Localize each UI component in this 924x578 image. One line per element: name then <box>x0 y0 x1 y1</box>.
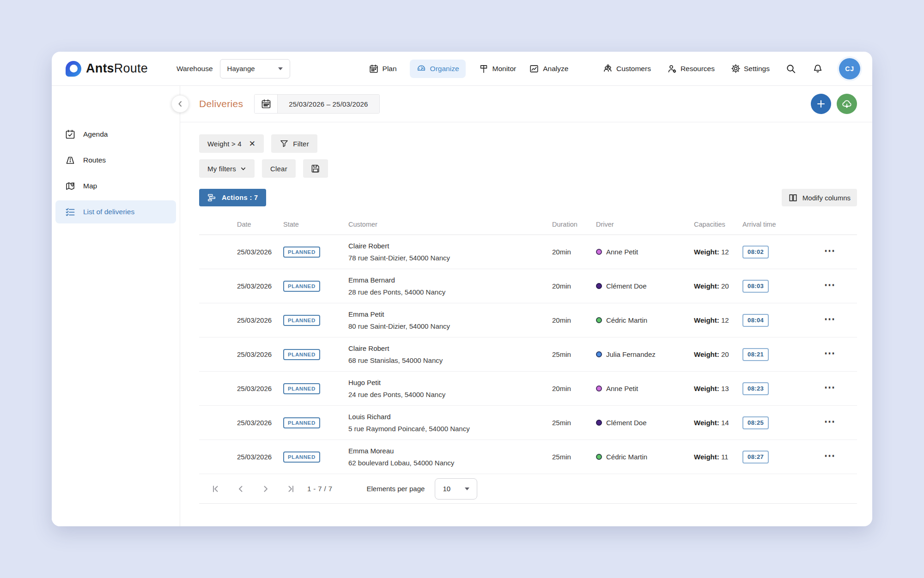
customer-name: Emma Moreau <box>348 447 552 455</box>
arrival-time-badge[interactable]: 08:02 <box>742 246 769 259</box>
checklist-icon <box>65 206 76 217</box>
customer-name: Emma Bernard <box>348 276 552 284</box>
table-row: 25/03/2026 PLANNED Emma Petit 80 rue Sai… <box>199 303 857 337</box>
nav-resources[interactable]: Resources <box>667 63 715 74</box>
row-menu-button[interactable]: ⋯ <box>824 419 836 424</box>
notifications-button[interactable] <box>812 63 823 74</box>
capacity-label: Weight: <box>694 419 719 427</box>
warehouse-select[interactable]: Hayange <box>220 59 290 78</box>
sidebar-item-list-of-deliveries[interactable]: List of deliveries <box>55 200 176 223</box>
sidebar: Agenda Routes Map List of deliveries <box>52 86 180 526</box>
arrival-time-badge[interactable]: 08:25 <box>742 416 769 429</box>
customer-name: Claire Robert <box>348 344 552 352</box>
deliveries-table: Date State Customer Duration Driver Capa… <box>180 214 872 504</box>
per-page-select[interactable]: 10 <box>435 478 477 500</box>
driver-name: Clément Doe <box>606 282 647 290</box>
floppy-disk-icon <box>310 163 321 174</box>
customer-name: Hugo Petit <box>348 379 552 386</box>
page-title: Deliveries <box>199 98 243 109</box>
customer-address: 5 rue Raymond Poincaré, 54000 Nancy <box>348 425 552 433</box>
capacity-label: Weight: <box>694 350 719 358</box>
row-menu-button[interactable]: ⋯ <box>824 248 836 253</box>
row-menu-button[interactable]: ⋯ <box>824 351 836 355</box>
row-date: 25/03/2026 <box>237 282 283 290</box>
row-menu-button[interactable]: ⋯ <box>824 453 836 458</box>
gauge-icon <box>416 64 426 74</box>
chevron-down-icon <box>278 67 283 70</box>
arrival-time-badge[interactable]: 08:04 <box>742 314 769 327</box>
first-page-button[interactable] <box>211 484 220 494</box>
status-badge: PLANNED <box>283 349 320 360</box>
col-date: Date <box>237 221 283 228</box>
arrival-time-badge[interactable]: 08:23 <box>742 382 769 395</box>
pagination: 1 - 7 / 7 Elements per page 10 <box>199 474 857 504</box>
driver-name: Anne Petit <box>606 248 638 256</box>
date-range-value: 25/03/2026 – 25/03/2026 <box>278 95 379 113</box>
row-date: 25/03/2026 <box>237 419 283 427</box>
remove-filter-icon[interactable]: ✕ <box>249 139 255 149</box>
arrival-time-badge[interactable]: 08:03 <box>742 280 769 293</box>
top-right-nav: Customers Resources Settings CJ <box>602 58 860 79</box>
nav-plan[interactable]: Plan <box>369 64 397 74</box>
warehouse-label: Warehouse <box>176 65 213 73</box>
row-menu-button[interactable]: ⋯ <box>824 283 836 287</box>
import-export-button[interactable] <box>837 94 857 114</box>
customer-name: Emma Petit <box>348 310 552 318</box>
brand-name: AntsRoute <box>86 61 148 76</box>
capacity-value: 14 <box>721 419 729 427</box>
active-filter-chip: Weight > 4 ✕ <box>199 134 264 153</box>
arrival-time-badge[interactable]: 08:27 <box>742 451 769 464</box>
sidebar-item-routes[interactable]: Routes <box>55 149 176 172</box>
arrival-time-badge[interactable]: 08:21 <box>742 348 769 361</box>
previous-page-button[interactable] <box>236 484 245 494</box>
sidebar-item-map[interactable]: Map <box>55 175 176 198</box>
chevron-left-icon <box>176 100 184 108</box>
driver-name: Cédric Martin <box>606 453 647 461</box>
nav-customers[interactable]: Customers <box>602 63 651 74</box>
driver-color-dot <box>596 454 602 460</box>
gear-icon <box>730 63 741 74</box>
person-gear-icon <box>667 63 678 74</box>
row-duration: 20min <box>552 248 596 256</box>
capacity-value: 20 <box>721 350 729 358</box>
row-date: 25/03/2026 <box>237 453 283 461</box>
nav-analyze[interactable]: Analyze <box>529 64 568 74</box>
clear-filters-button[interactable]: Clear <box>262 159 296 178</box>
nav-settings[interactable]: Settings <box>730 63 770 74</box>
capacity-value: 12 <box>721 248 729 256</box>
collapse-sidebar-button[interactable] <box>171 95 189 113</box>
add-delivery-button[interactable] <box>811 94 831 114</box>
customer-address: 80 rue Saint-Dizier, 54000 Nancy <box>348 322 552 330</box>
driver-name: Julia Fernandez <box>606 350 656 358</box>
filters-section: Weight > 4 ✕ Filter My filters <box>180 122 872 178</box>
driver-color-dot <box>596 249 602 255</box>
row-menu-button[interactable]: ⋯ <box>824 385 836 390</box>
actions-button[interactable]: Actions : 7 <box>199 189 266 206</box>
save-filter-button[interactable] <box>303 159 328 178</box>
col-customer: Customer <box>348 221 552 228</box>
people-icon <box>602 63 614 74</box>
table-row: 25/03/2026 PLANNED Claire Robert 78 rue … <box>199 235 857 269</box>
my-filters-dropdown[interactable]: My filters <box>199 159 255 178</box>
filter-button[interactable]: Filter <box>271 134 317 153</box>
title-actions <box>811 94 857 114</box>
row-duration: 25min <box>552 453 596 461</box>
capacity-label: Weight: <box>694 453 719 461</box>
last-page-button[interactable] <box>286 484 295 494</box>
pagination-range: 1 - 7 / 7 <box>307 485 332 493</box>
sidebar-item-agenda[interactable]: Agenda <box>55 123 176 146</box>
main-content: Deliveries 25/03/2026 – 25/03/2026 Weigh <box>180 86 872 526</box>
next-page-button[interactable] <box>261 484 270 494</box>
date-range-picker[interactable]: 25/03/2026 – 25/03/2026 <box>254 94 379 114</box>
modify-columns-button[interactable]: Modify columns <box>782 189 857 206</box>
row-menu-button[interactable]: ⋯ <box>824 317 836 321</box>
signpost-icon <box>479 64 489 74</box>
per-page-label: Elements per page <box>366 485 425 493</box>
table-header: Date State Customer Duration Driver Capa… <box>199 214 857 235</box>
nav-monitor[interactable]: Monitor <box>479 64 517 74</box>
user-avatar[interactable]: CJ <box>839 58 860 79</box>
nav-organize[interactable]: Organize <box>410 60 466 78</box>
driver-color-dot <box>596 385 602 391</box>
search-button[interactable] <box>785 63 796 74</box>
app-window: AntsRoute Warehouse Hayange Plan Organiz… <box>52 52 872 526</box>
